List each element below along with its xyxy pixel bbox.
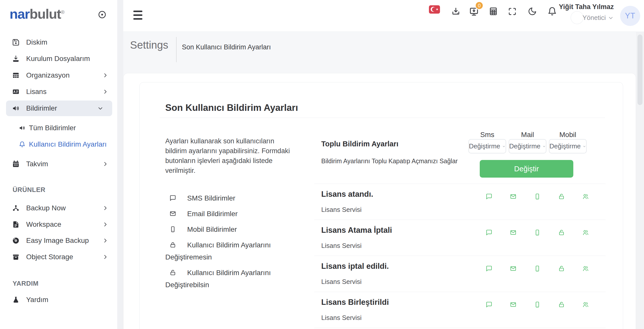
sidebar-item-bildirimler[interactable]: Bildirimler [6, 101, 112, 116]
megaphone-icon [19, 125, 25, 131]
row-title: Lisans Birleştirildi [321, 298, 389, 307]
sidebar-item-easy-image-backup[interactable]: Easy Image Backup [0, 233, 117, 248]
disc-icon [12, 237, 20, 244]
flask-icon [12, 296, 20, 304]
scrollbar-thumb[interactable] [637, 35, 642, 105]
chevron-down-icon [502, 144, 506, 149]
unlock-icon[interactable] [558, 193, 565, 200]
row-title: Lisans iptal edildi. [321, 262, 389, 271]
chat-icon[interactable] [486, 301, 492, 308]
download-badge: 0 [475, 1, 484, 10]
hamburger-menu-icon[interactable] [133, 11, 142, 22]
mail-icon[interactable] [510, 229, 516, 236]
legend-item-lock: Kullanıcı Bildirim Ayarlarını Değiştirem… [165, 239, 301, 263]
legend-item-unlock: Kullanıcı Bildirim Ayarlarını Değiştireb… [165, 267, 301, 291]
chevron-down-icon [608, 15, 614, 21]
sidebar: narbulut® Diskim Kurulum Dosyalarım Orga… [0, 0, 117, 329]
sidebar-item-takvim[interactable]: Takvim [0, 156, 117, 172]
chevron-right-icon [102, 221, 109, 228]
id-card-icon [12, 88, 20, 95]
row-title: Lisans atandı. [321, 190, 373, 199]
sidebar-toggle-target-icon[interactable] [98, 10, 107, 19]
mail-icon [170, 210, 176, 217]
sidebar-item-backup-now[interactable]: Backup Now [0, 200, 117, 216]
users-icon[interactable] [582, 265, 589, 272]
document-icon [12, 221, 20, 228]
sidebar-item-lisans[interactable]: Lisans [0, 84, 117, 100]
moon-icon[interactable] [528, 7, 537, 16]
notification-row: Lisans atandı. Lisans Servisi [314, 184, 606, 220]
column-header-mail: Mail [509, 131, 546, 139]
main-area: ★ 0 Yiğit Taha Yılmaz Yönetici YT [123, 0, 644, 329]
mail-icon[interactable] [510, 301, 516, 308]
header-divider [176, 37, 177, 62]
bulk-mobil-select[interactable]: Değiştirme [549, 139, 587, 153]
row-channel-toggles [486, 265, 589, 272]
sidebar-item-kurulum-dosyalarim[interactable]: Kurulum Dosyalarım [0, 51, 117, 67]
chevron-right-icon [102, 88, 109, 95]
users-icon[interactable] [582, 193, 589, 200]
phone-icon [170, 226, 176, 233]
card-description: Ayarları kullanarak son kullanıcıların b… [165, 136, 297, 176]
users-icon[interactable] [582, 301, 589, 308]
box-icon [12, 253, 20, 261]
avatar[interactable]: YT [620, 6, 640, 26]
grid-icon [12, 72, 20, 79]
bulk-settings-section: Toplu Bildirim Ayarları Bildirim Ayarlar… [314, 118, 606, 184]
chat-icon[interactable] [486, 229, 492, 236]
legend-list: SMS Bildirimler Email Bildirimler Mobil … [165, 192, 301, 294]
column-header-mobil: Mobil [549, 131, 587, 139]
bulk-sms-select[interactable]: Değiştirme [468, 139, 506, 153]
calendar-grid-icon[interactable] [489, 7, 498, 16]
chat-icon[interactable] [486, 265, 492, 272]
sidebar-item-object-storage[interactable]: Object Storage [0, 249, 117, 265]
topbar: ★ 0 Yiğit Taha Yılmaz Yönetici YT [123, 0, 644, 32]
bell-icon[interactable] [547, 7, 557, 16]
page-scrollbar[interactable] [636, 31, 644, 329]
sidebar-section-urunler: ÜRÜNLER [13, 186, 46, 194]
bulk-mail-select[interactable]: Değiştirme [509, 139, 546, 153]
bell-icon [19, 141, 25, 148]
mail-icon[interactable] [510, 193, 516, 200]
unlock-icon [170, 269, 176, 276]
chevron-right-icon [102, 237, 109, 244]
content-panel: Son Kullanıcı Bildirim Ayarları Ayarları… [123, 73, 636, 329]
floppy-icon [12, 39, 20, 46]
unlock-icon[interactable] [558, 301, 565, 308]
phone-icon[interactable] [534, 229, 541, 236]
download-tray-icon[interactable] [451, 7, 461, 16]
row-subtitle: Lisans Servisi [321, 278, 361, 286]
bulk-submit-button[interactable]: Değiştir [480, 160, 573, 178]
sidebar-scrollbar[interactable] [117, 0, 123, 329]
phone-icon[interactable] [534, 301, 541, 308]
sidebar-item-kullanici-bildirim-ayarlari[interactable]: Kullanıcı Bildirim Ayarları [0, 137, 117, 152]
chat-icon [170, 195, 176, 201]
sidebar-item-diskim[interactable]: Diskim [0, 35, 117, 50]
sidebar-item-organizasyon[interactable]: Organizasyon [0, 68, 117, 83]
turkish-flag-icon[interactable]: ★ [429, 5, 440, 14]
user-role-menu[interactable]: Yönetici [583, 14, 614, 22]
chevron-down-icon [97, 105, 104, 112]
bulk-description: Bildirim Ayarlarını Toplu Kapatıp Açmanı… [321, 157, 458, 165]
sidebar-item-tum-bildirimler[interactable]: Tüm Bildirimler [0, 120, 117, 136]
sidebar-item-workspace[interactable]: Workspace [0, 217, 117, 232]
row-subtitle: Lisans Servisi [321, 314, 361, 322]
fullscreen-icon[interactable] [508, 7, 517, 16]
notification-row: Lisans iptal edildi. Lisans Servisi [314, 256, 606, 292]
unlock-icon[interactable] [558, 229, 565, 236]
chevron-down-icon [542, 144, 546, 149]
row-subtitle: Lisans Servisi [321, 242, 361, 250]
users-icon[interactable] [582, 229, 589, 236]
settings-card: Son Kullanıcı Bildirim Ayarları Ayarları… [139, 82, 623, 329]
notification-row: Lisans Birleştirildi Lisans Servisi [314, 292, 606, 328]
mail-icon[interactable] [510, 265, 516, 272]
app-logo[interactable]: narbulut® [10, 6, 64, 22]
phone-icon[interactable] [534, 265, 541, 272]
sidebar-item-yardim[interactable]: Yardım [0, 292, 117, 308]
phone-icon[interactable] [534, 193, 541, 200]
lock-icon [170, 242, 176, 248]
sitemap-icon [12, 204, 20, 212]
sidebar-section-yardim: YARDIM [13, 280, 38, 287]
chat-icon[interactable] [486, 193, 492, 200]
unlock-icon[interactable] [558, 265, 565, 272]
